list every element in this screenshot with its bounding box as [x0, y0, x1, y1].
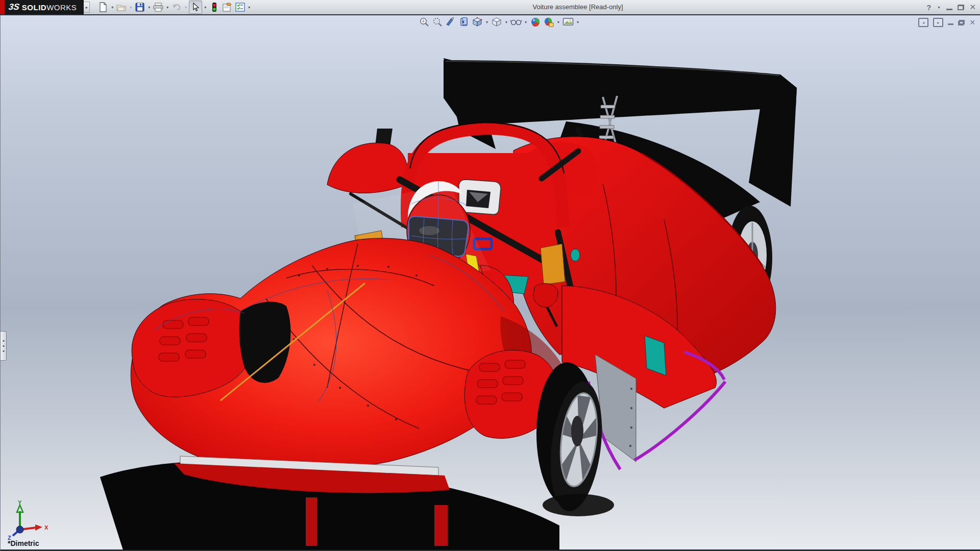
save-button[interactable]: [134, 1, 146, 13]
logo-red-strip: [0, 0, 5, 14]
view-orientation-caret[interactable]: ▾: [484, 20, 489, 24]
intake-scoop[interactable]: [459, 180, 501, 214]
window-controls: ? ▾ ✕: [926, 0, 976, 14]
apply-scene-icon: [544, 17, 554, 27]
select-tool-button[interactable]: [189, 1, 202, 14]
new-document-button[interactable]: [97, 1, 109, 13]
x-axis-arrow: [35, 524, 42, 531]
title-bar: 3S SOLIDWORKS ▸ ▾ ▾ ▾ ▾ ▾ ▾ ▾ Voitu: [0, 0, 980, 15]
edit-appearance-button[interactable]: [529, 16, 542, 28]
splitter-arrow-icon: ◂: [3, 339, 5, 342]
print-icon: [153, 3, 163, 12]
solidworks-logo: 3S SOLIDWORKS: [0, 0, 84, 14]
print-dropdown-caret[interactable]: ▾: [165, 5, 170, 10]
open-document-button[interactable]: [115, 1, 128, 13]
car-model[interactable]: [1, 15, 980, 551]
help-dropdown-caret[interactable]: ▾: [936, 5, 941, 10]
display-style-icon: [491, 17, 502, 27]
wheel-shadow: [543, 494, 614, 516]
zoom-to-fit-button[interactable]: [418, 16, 430, 28]
under-car: [100, 456, 559, 550]
hide-show-caret[interactable]: ▾: [523, 20, 528, 24]
open-dropdown-caret[interactable]: ▾: [128, 5, 133, 10]
restore-button[interactable]: [958, 5, 964, 10]
section-view-icon: [446, 17, 456, 27]
minimize-button[interactable]: [946, 9, 952, 10]
splitter-arrow-icon: ◂: [3, 349, 5, 353]
3ds-logo-glyph: 3S: [8, 2, 20, 12]
new-document-icon: [99, 2, 108, 12]
save-icon: [135, 3, 144, 12]
open-document-icon: [116, 3, 127, 12]
document-restore-button[interactable]: [958, 20, 965, 26]
rebuild-button[interactable]: [208, 1, 220, 13]
document-window-controls: ◂ ▸ ✕: [918, 18, 975, 27]
help-button[interactable]: ?: [926, 3, 931, 12]
brand-works: WORKS: [46, 3, 77, 12]
window-title: Voiture assemblee [Read-only]: [532, 3, 623, 11]
orientation-triad: Y X Z: [4, 500, 55, 540]
view-orientation-button[interactable]: [471, 16, 483, 28]
rebuild-traffic-light-icon: [211, 2, 217, 12]
document-close-button[interactable]: ✕: [969, 18, 975, 27]
zoom-to-fit-icon: [419, 17, 429, 27]
feature-pane-splitter[interactable]: ◂ ◂ ◂: [1, 331, 7, 361]
print-button[interactable]: [152, 1, 164, 13]
undo-icon: [172, 3, 182, 12]
edit-note-icon: [222, 3, 232, 12]
wheel-hub: [571, 416, 583, 446]
hide-show-items-icon: [510, 17, 522, 27]
options-button[interactable]: [234, 1, 246, 13]
amber-window-right[interactable]: [541, 244, 565, 285]
zoom-to-area-button[interactable]: [431, 16, 444, 28]
view-orientation-label: *Dimetric: [8, 539, 39, 547]
options-checklist-icon: [235, 3, 245, 12]
teal-fitting[interactable]: [571, 249, 580, 261]
undo-dropdown-caret[interactable]: ▾: [183, 5, 188, 10]
splitter-fin-left: [306, 497, 317, 546]
view-settings-caret[interactable]: ▾: [575, 20, 580, 24]
select-dropdown-caret[interactable]: ▾: [203, 5, 208, 10]
brand-solid: SOLID: [22, 3, 46, 12]
new-dropdown-caret[interactable]: ▾: [110, 5, 115, 10]
select-cursor-icon: [191, 3, 200, 12]
graphics-area[interactable]: ▾ ▾ ▾ ▾ ▾ ◂ ▸ ✕ ◂ ◂ ◂ Y X: [0, 15, 980, 551]
display-style-caret[interactable]: ▾: [504, 20, 509, 24]
previous-view-icon: [459, 17, 469, 27]
y-axis-label: Y: [18, 500, 22, 506]
view-orientation-icon: [472, 17, 483, 27]
y-axis-arrow: [17, 505, 23, 512]
options-dropdown-caret[interactable]: ▾: [247, 5, 252, 10]
section-view-button[interactable]: [445, 16, 457, 28]
wing-main-plane[interactable]: [444, 60, 797, 126]
document-minimize-button[interactable]: [948, 23, 953, 25]
zoom-to-area-icon: [432, 17, 443, 27]
apply-scene-caret[interactable]: ▾: [556, 20, 561, 24]
hide-show-items-button[interactable]: [510, 16, 522, 28]
x-axis-label: X: [44, 524, 48, 531]
headsup-view-toolbar: ▾ ▾ ▾ ▾ ▾: [418, 16, 580, 28]
triad-origin: [16, 526, 23, 533]
left-rear-fender[interactable]: [327, 143, 408, 193]
edit-appearance-icon: [530, 17, 541, 27]
collapse-left-pane-button[interactable]: ◂: [918, 18, 928, 27]
display-style-button[interactable]: [491, 16, 503, 28]
undo-button[interactable]: [170, 1, 183, 13]
toolbar-expand-arrow[interactable]: ▸: [84, 2, 90, 13]
expand-right-pane-button[interactable]: ▸: [933, 18, 943, 27]
edit-note-button[interactable]: [221, 1, 233, 13]
splitter-arrow-icon: ◂: [3, 344, 5, 347]
view-settings-button[interactable]: [562, 16, 574, 28]
save-dropdown-caret[interactable]: ▾: [146, 5, 152, 10]
apply-scene-button[interactable]: [543, 16, 555, 28]
previous-view-button[interactable]: [458, 16, 470, 28]
splitter-fin-right: [434, 505, 448, 546]
standard-toolbar: ▾ ▾ ▾ ▾ ▾ ▾ ▾: [97, 1, 252, 14]
close-button[interactable]: ✕: [969, 3, 976, 12]
view-settings-icon: [562, 17, 574, 27]
